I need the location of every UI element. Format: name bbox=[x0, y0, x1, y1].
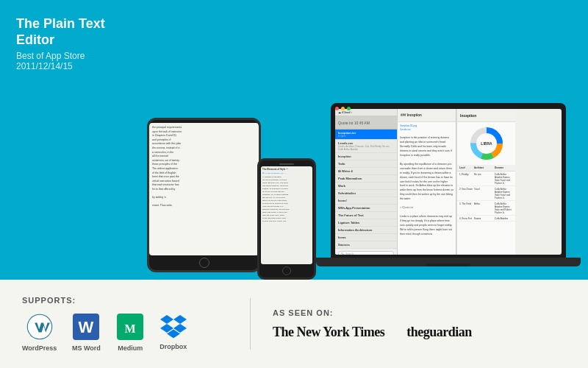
msword-label: MS Word bbox=[72, 344, 101, 352]
macbook-screen: ☁ iCloud ↑ Quote.txt 10:45 AM Inception.… bbox=[335, 109, 562, 255]
dreamer-cell: Cobb Ariadne bbox=[495, 217, 513, 220]
sidebar-item-title: Peak Minimalism bbox=[338, 177, 394, 180]
macbook-screen-outer: ☁ iCloud ↑ Quote.txt 10:45 AM Inception.… bbox=[331, 103, 566, 258]
sidebar-item-title: Ligature Tables bbox=[338, 221, 394, 224]
msword-item: W MS Word bbox=[71, 312, 101, 352]
ipad-text-content: the principal requirements upon the task… bbox=[152, 126, 256, 208]
mac-sidebar-item-levels[interactable]: Levels.csv Levels: Architect, Dreamer, C… bbox=[335, 140, 397, 153]
svg-text:LIBRA: LIBRA bbox=[481, 141, 492, 146]
inception-chart: LIBRA bbox=[468, 125, 505, 162]
mac-sidebar-item-wsh[interactable]: WSh-App-Presentation bbox=[335, 205, 397, 212]
mac-sidebar-item-iawriter[interactable]: IA Writer 4 bbox=[335, 168, 397, 175]
sidebar-item-title: Work bbox=[338, 184, 394, 188]
col-dreamer-header: Dreamer bbox=[495, 166, 513, 169]
dropbox-label: Dropbox bbox=[159, 343, 187, 350]
minimize-traffic-light[interactable] bbox=[341, 107, 345, 110]
sidebar-item-sub: Levels: Architect, Dreamer, Cub, Rob Rea… bbox=[338, 145, 394, 151]
mac-sidebar-item-inception-txt[interactable]: Inception.txt Is Open bbox=[335, 130, 397, 140]
medium-label: Medium bbox=[118, 344, 143, 352]
sidebar-item-title: Icons! bbox=[338, 199, 394, 202]
wordpress-item: WordPress bbox=[22, 312, 57, 352]
mac-sidebar-item-icons[interactable]: Icons! bbox=[335, 197, 397, 205]
table-row: 1. Reality No one Cobb Arthur Ariadne Ea… bbox=[457, 171, 515, 186]
mac-sidebar-item-future[interactable]: The Future of Text bbox=[335, 212, 397, 219]
architect-cell: Arthur bbox=[474, 202, 495, 214]
table-row: 2. Van Chase Yusuf Cobb Arthur Ariadne E… bbox=[457, 186, 515, 201]
mac-sidebar-item-schnitt[interactable]: Schnittteilen bbox=[335, 190, 397, 197]
macbook-base bbox=[316, 258, 581, 266]
supports-icons: WordPress W MS Word M bbox=[22, 312, 228, 352]
icloud-label: ☁ iCloud ↑ bbox=[338, 110, 353, 114]
sidebar-item-title: Icons bbox=[338, 236, 394, 239]
dropbox-icon bbox=[160, 314, 187, 340]
app-title: The Plain Text Editor bbox=[16, 16, 132, 48]
table-row: 4. Snow Fort Eames Cobb Ariadne bbox=[457, 216, 515, 222]
sidebar-item-sub: Is Open bbox=[338, 135, 394, 138]
mac-sidebar-item-ia[interactable]: Information Architecture bbox=[335, 227, 397, 234]
iphone-screen-content: The Elements of Style — ⬅ All files Inno… bbox=[261, 166, 312, 224]
svg-text:W: W bbox=[79, 318, 94, 336]
sidebar-item-title: The Future of Text bbox=[338, 213, 394, 217]
iphone-device: The Elements of Style — ⬅ All files Inno… bbox=[257, 158, 316, 280]
svg-marker-12 bbox=[173, 315, 187, 324]
level-cell: 3. The Hotel bbox=[459, 202, 474, 214]
mac-sidebar-item-peak[interactable]: Peak Minimalism bbox=[335, 175, 397, 183]
architect-cell: Eames bbox=[474, 217, 495, 220]
dreamer-cell: Cobb Arthur Ariadne Eames Saito Yusuf an… bbox=[495, 188, 513, 199]
wordpress-label: WordPress bbox=[22, 344, 57, 352]
mac-sidebar-item-ligature[interactable]: Ligature Tables bbox=[335, 219, 397, 227]
sidebar-header-text: Quote.txt 10:45 AM bbox=[338, 121, 370, 125]
inception-table: Level Architect Dreamer 1. Reality No on… bbox=[457, 165, 515, 222]
mac-sidebar-item-todo[interactable]: Todo bbox=[335, 160, 397, 168]
mac-middle-header: ### Inception bbox=[398, 109, 456, 122]
mac-middle-content[interactable]: /Inception-01.png /Levels.csv Inception … bbox=[398, 122, 456, 239]
architect-cell: No one bbox=[474, 173, 495, 185]
iphone-home-button[interactable] bbox=[282, 266, 291, 275]
sidebar-item-title: Inception bbox=[338, 155, 394, 158]
vertical-divider bbox=[250, 298, 251, 350]
msword-icon: W bbox=[71, 312, 101, 342]
mac-sidebar-item-icons2[interactable]: Icons bbox=[335, 234, 397, 241]
sidebar-item-title: Information Architecture bbox=[338, 228, 394, 232]
mac-sidebar-header: Quote.txt 10:45 AM bbox=[335, 116, 397, 130]
mac-sidebar-item-work[interactable]: Work bbox=[335, 183, 397, 190]
svg-text:M: M bbox=[125, 322, 136, 335]
expand-traffic-light[interactable] bbox=[347, 107, 351, 110]
architect-cell: Yusuf bbox=[474, 188, 495, 199]
dropbox-item: Dropbox bbox=[159, 314, 187, 350]
sidebar-item-title: Schnittteilen bbox=[338, 191, 394, 195]
table-header: Level Architect Dreamer bbox=[457, 165, 515, 171]
iphone-screen: The Elements of Style — ⬅ All files Inno… bbox=[261, 166, 312, 264]
wordpress-icon bbox=[25, 312, 54, 342]
sidebar-item-title: Todo bbox=[338, 162, 394, 166]
close-traffic-light[interactable] bbox=[335, 107, 339, 110]
mac-sidebar-item-sources[interactable]: Sources bbox=[335, 241, 397, 249]
supports-label: SUPPORTS: bbox=[22, 296, 228, 305]
ipad-screen: the principal requirements upon the task… bbox=[149, 123, 259, 255]
devices-area: the principal requirements upon the task… bbox=[147, 0, 588, 280]
dreamer-cell: Cobb Arthur Ariadne Eames Saito Yusuf an… bbox=[495, 173, 513, 185]
mac-sidebar: ☁ iCloud ↑ Quote.txt 10:45 AM Inception.… bbox=[335, 109, 398, 255]
top-section: The Plain Text Editor Best of App Store … bbox=[0, 0, 588, 280]
seen-on-logos: The New York Times theguardian bbox=[273, 325, 566, 340]
supports-area: SUPPORTS: WordPress W bbox=[22, 296, 228, 352]
mac-right-panel: Inception LIBRA bbox=[456, 109, 515, 255]
app-subtitle: Best of App Store 2011/12/14/15 bbox=[16, 51, 132, 71]
ipad-device: the principal requirements upon the task… bbox=[147, 118, 261, 272]
sidebar-item-title: WSh-App-Presentation bbox=[338, 206, 394, 210]
nyt-logo: The New York Times bbox=[273, 325, 384, 340]
level-cell: 2. Van Chase bbox=[459, 188, 474, 199]
table-row: 3. The Hotel Arthur Cobb Arthur Ariadne … bbox=[457, 201, 515, 216]
left-header: The Plain Text Editor Best of App Store … bbox=[0, 0, 147, 280]
guardian-logo: theguardian bbox=[406, 325, 472, 340]
seen-on-area: AS SEEN ON: The New York Times theguardi… bbox=[273, 308, 566, 340]
dreamer-cell: Cobb Arthur Ariadne Eames Saito and Robe… bbox=[495, 202, 513, 214]
mac-right-header: Inception bbox=[457, 109, 515, 122]
mac-sidebar-item-inception[interactable]: Inception bbox=[335, 153, 397, 160]
level-cell: 4. Snow Fort bbox=[459, 217, 474, 220]
ipad-home-button[interactable] bbox=[199, 258, 209, 268]
mac-middle-panel: ### Inception /Inception-01.png /Levels.… bbox=[398, 109, 456, 255]
col-architect-header: Architect bbox=[474, 166, 495, 169]
medium-icon: M bbox=[115, 312, 145, 342]
bottom-section: SUPPORTS: WordPress W bbox=[0, 280, 588, 368]
